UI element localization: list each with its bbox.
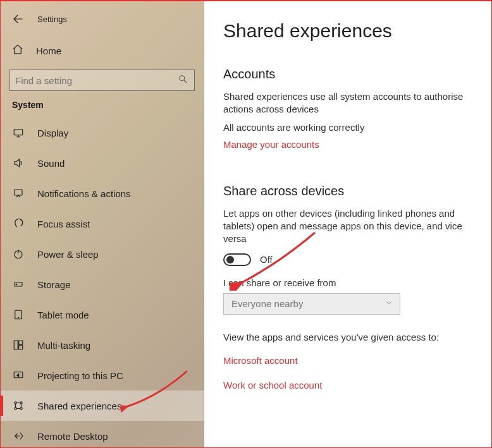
svg-point-13 <box>20 402 22 404</box>
focus-assist-icon <box>12 218 25 229</box>
work-school-account-link[interactable]: Work or school account <box>223 380 480 390</box>
svg-rect-10 <box>19 346 23 349</box>
sidebar-item-label: Focus assist <box>37 219 90 229</box>
tablet-icon <box>12 309 25 320</box>
manage-accounts-link[interactable]: Manage your accounts <box>223 139 480 150</box>
sound-icon <box>12 157 25 169</box>
sidebar-item-label: Multi-tasking <box>37 340 90 351</box>
svg-rect-8 <box>14 341 18 349</box>
sidebar-nav: Display Sound Notifications & actions Fo… <box>1 118 204 448</box>
home-icon <box>12 44 23 58</box>
receive-from-label: I can share or receive from <box>223 277 480 288</box>
sidebar-item-label: Storage <box>37 279 71 290</box>
sidebar-item-tablet[interactable]: Tablet mode <box>1 300 204 330</box>
svg-rect-9 <box>19 341 23 344</box>
sidebar-item-sound[interactable]: Sound <box>1 148 204 178</box>
svg-point-12 <box>15 402 16 404</box>
sidebar-item-remote-desktop[interactable]: Remote Desktop <box>1 421 204 448</box>
svg-point-5 <box>16 284 17 285</box>
share-toggle[interactable] <box>223 253 251 266</box>
share-description: Let apps on other devices (including lin… <box>223 207 480 246</box>
sidebar-item-notifications[interactable]: Notifications & actions <box>1 178 204 209</box>
page-title: Shared experiences <box>223 20 480 42</box>
remote-desktop-icon <box>12 430 25 442</box>
sidebar-item-label: Tablet mode <box>37 310 89 320</box>
multitask-icon <box>12 339 25 351</box>
svg-point-14 <box>15 408 16 409</box>
svg-rect-1 <box>14 130 23 135</box>
sidebar-item-label: Power & sleep <box>37 249 99 260</box>
sidebar-item-focus-assist[interactable]: Focus assist <box>1 209 204 239</box>
dropdown-value: Everyone nearby <box>231 298 303 309</box>
projecting-icon <box>12 370 25 381</box>
share-toggle-state: Off <box>260 254 273 265</box>
sidebar-item-power[interactable]: Power & sleep <box>1 239 204 269</box>
sidebar-item-label: Notifications & actions <box>37 188 131 199</box>
search-input[interactable] <box>15 75 167 86</box>
sidebar-item-projecting[interactable]: Projecting to this PC <box>1 360 204 390</box>
sidebar-item-label: Sound <box>37 158 65 169</box>
shared-experiences-icon <box>12 400 25 411</box>
svg-point-0 <box>180 76 185 81</box>
sidebar-item-display[interactable]: Display <box>1 118 204 148</box>
search-icon <box>178 74 188 87</box>
accounts-heading: Accounts <box>223 67 480 82</box>
storage-icon <box>12 279 25 290</box>
section-title: System <box>1 100 204 118</box>
svg-point-7 <box>18 317 19 318</box>
accounts-description: Shared experiences use all system accoun… <box>223 90 480 116</box>
receive-from-dropdown[interactable]: Everyone nearby <box>223 293 400 315</box>
svg-point-15 <box>20 408 22 409</box>
back-icon[interactable] <box>12 13 23 25</box>
sidebar-item-label: Remote Desktop <box>37 431 108 442</box>
display-icon <box>12 127 25 138</box>
sidebar-item-label: Projecting to this PC <box>37 370 123 381</box>
sidebar-item-label: Shared experiences <box>37 401 121 411</box>
accounts-status: All accounts are working correctly <box>223 121 480 134</box>
chevron-down-icon <box>384 298 393 309</box>
sidebar-item-storage[interactable]: Storage <box>1 269 204 300</box>
main-panel: Shared experiences Accounts Shared exper… <box>204 1 491 447</box>
notifications-icon <box>12 188 25 199</box>
home-label: Home <box>36 45 61 56</box>
sidebar-item-label: Display <box>37 128 68 138</box>
settings-sidebar: Settings Home System Display <box>1 1 204 447</box>
app-title: Settings <box>37 15 67 24</box>
svg-rect-2 <box>15 190 22 195</box>
access-label: View the apps and services you've given … <box>223 331 480 344</box>
home-nav[interactable]: Home <box>1 37 204 64</box>
search-box[interactable] <box>9 70 195 91</box>
power-icon <box>12 248 25 260</box>
sidebar-item-multitask[interactable]: Multi-tasking <box>1 330 204 360</box>
microsoft-account-link[interactable]: Microsoft account <box>223 355 480 366</box>
share-heading: Share across devices <box>223 184 480 198</box>
sidebar-item-shared-experiences[interactable]: Shared experiences <box>1 390 204 421</box>
